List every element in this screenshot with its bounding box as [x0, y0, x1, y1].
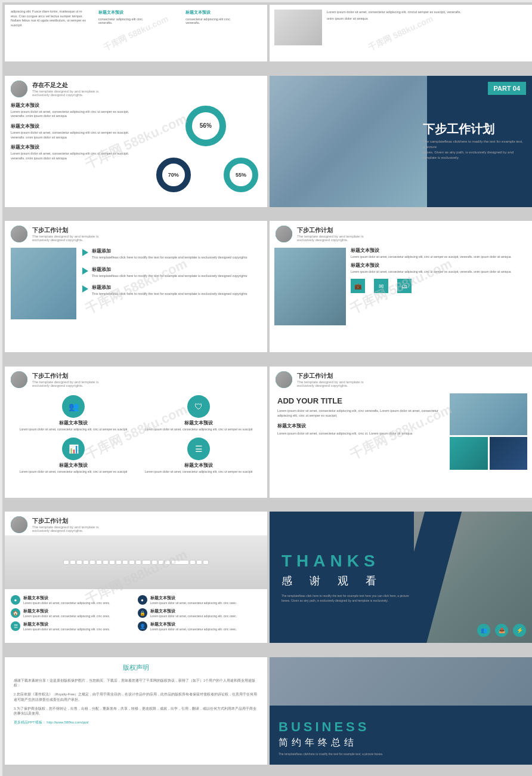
slide10-subtext: The templatefleas click here to modify t…	[282, 594, 415, 603]
slide-2-right: 千库网 588ku.com Lorem ipsum dolor sit amet…	[270, 5, 532, 61]
slide9-item2-content: 标题文本预设 Lorem ipsum dolor sit amet, conse…	[150, 595, 237, 605]
slide11-body: 版权声明 感谢下载本素材分享！这是原创版权保护图片，当您购买、下载后，意味着您遵…	[5, 657, 267, 732]
slide8-icon	[276, 371, 292, 388]
slide4-subtitle: The camplatefleas clickhere to madify th…	[423, 139, 523, 161]
slide3-icon	[11, 81, 27, 97]
chart-bottom-right: 55%	[224, 158, 258, 192]
slide-11-copyright: 版权声明 感谢下载本素材分享！这是原创版权保护图片，当您购买、下载后，意味着您遵…	[5, 657, 267, 765]
slide-8-add-title: 千库网 588ku.com 下步工作计划 The template design…	[270, 367, 532, 498]
slide6-body: 标题文本预设 Lorem ipsum dolor sit amet, conse…	[270, 245, 532, 328]
slide-3-weaknesses: 千库网 588ku.com 存在不足之处 The template design…	[5, 76, 267, 207]
slide5-item1: 标题添加 This templatefleas click here to mo…	[82, 248, 261, 260]
slide9-item4: 🔒 标题文本预设 Lorem ipsum dolor sit amet, con…	[138, 608, 262, 618]
slide7-item1: 👥 标题文本预设 Lorem ipsum dolor sit amet, con…	[14, 395, 133, 432]
slide9-body: ● 标题文本预设 Lorem ipsum dolor sit amet, con…	[5, 592, 267, 635]
slide9-dot3: 🏠	[11, 608, 20, 618]
slide11-para1: 感谢下载本素材分享！这是原创版权保护图片，当您购买、下载后，意味着您遵守了千库网…	[14, 678, 258, 689]
slide11-link: 更多精品PPT模板： http://www.588ku.com/ppt/	[14, 720, 258, 725]
slide2-text: Lorem ipsum dolor sit amet, consectetur …	[327, 5, 532, 61]
slide2-image	[274, 10, 322, 45]
slide9-item1-content: 标题文本预设 Lorem ipsum dolor sit amet, conse…	[23, 595, 110, 605]
slide12-business-text: BUSINESS	[279, 719, 523, 735]
slide5-title-block: 下步工作计划 The template designed by and temp…	[32, 226, 98, 242]
chevron-icon-2	[82, 267, 88, 275]
slide3-item2: 标题文本预设 Lorem ipsum dolor sit amet, conse…	[11, 124, 144, 140]
slide9-keyboard-image	[5, 535, 267, 589]
slide9-item5-content: 标题文本预设 Lorem ipsum dolor sit amet, conse…	[23, 621, 110, 632]
slide9-dot6: 👤	[138, 621, 147, 631]
slide-6-workplan-icons: 千库网 588ku.com 下步工作计划 The template design…	[270, 221, 532, 352]
slide4-main-title: 下步工作计划	[423, 122, 523, 136]
slide5-item2-content: 标题添加 This templatefleas click here to mo…	[92, 266, 247, 279]
slide7-list-icon: ☰	[187, 438, 210, 460]
slide6-title-block: 下步工作计划 The template designed by and temp…	[297, 226, 363, 242]
slide8-img-top	[450, 393, 527, 435]
slide9-item3-content: 标题文本预设 Lorem ipsum dolor sit amet, conse…	[23, 608, 110, 618]
slide6-email-icon: ✉	[374, 279, 388, 293]
slide8-left: ADD YOUR TITLE Lorem ipsum dolor sit ame…	[274, 393, 445, 470]
slide-1-left: 千库网 588ku.com adipiscing elit. Fusce dia…	[5, 5, 267, 61]
slide8-right-images	[450, 393, 527, 470]
slide9-title-block: 下步工作计划 The template designed by and temp…	[32, 517, 98, 532]
slide8-img-bottom-row	[450, 437, 527, 470]
chart-bottom-left: 70%	[156, 158, 191, 192]
slide6-icons-row: 💼 ✉ 🗂	[351, 279, 527, 293]
slide7-item2: 🛡 标题文本预设 Lorem ipsum dolor sit amet, con…	[139, 395, 258, 432]
slide-10-thanks: THANKS 感 谢 观 看 The templatefleas click h…	[270, 512, 532, 643]
slide3-item3: 标题文本预设 Lorem ipsum dolor sit amet, conse…	[11, 144, 144, 161]
slide7-people-icon: 👥	[62, 395, 85, 418]
slide7-item4: ☰ 标题文本预设 Lorem ipsum dolor sit amet, con…	[139, 438, 258, 474]
slide4-image	[270, 76, 427, 207]
slide10-zh-text: 感 谢 观 看	[282, 574, 415, 588]
slide9-header: 下步工作计划 The template designed by and temp…	[5, 512, 267, 535]
slide9-dot5: ☰	[11, 621, 20, 631]
slide10-thanks-text: THANKS	[282, 552, 415, 571]
slide6-header: 下步工作计划 The template designed by and temp…	[270, 221, 532, 245]
slide-12-business: BUSINESS 简约年终总结 The templatefleas clickh…	[270, 657, 532, 765]
slide6-item1: 标题文本预设 Lorem ipsum dolor sit amet, conse…	[351, 248, 527, 259]
slide6-icon	[276, 226, 292, 242]
slide5-icon	[11, 226, 27, 242]
slide7-body: 👥 标题文本预设 Lorem ipsum dolor sit amet, con…	[5, 390, 267, 479]
chart-top: 56%	[185, 106, 226, 146]
slide5-header: 下步工作计划 The template designed by and temp…	[5, 221, 267, 245]
slide9-dot1: ●	[11, 595, 20, 605]
slide8-img-sm-right	[490, 437, 528, 470]
slide8-text1: Lorem ipsum dolor sit amet, consectetur …	[277, 408, 442, 418]
slide10-container: THANKS 感 谢 观 看 The templatefleas click h…	[270, 512, 532, 643]
slide5-image	[11, 248, 76, 319]
slide3-title-block: 存在不足之处 The template designed by and temp…	[32, 81, 98, 97]
slide11-title: 版权声明	[14, 663, 258, 672]
slide3-chart: 56% 70% 55%	[150, 103, 261, 195]
slide10-left-content: THANKS 感 谢 观 看 The templatefleas click h…	[270, 512, 427, 643]
slide9-item5: ☰ 标题文本预设 Lorem ipsum dolor sit amet, con…	[11, 621, 135, 632]
slide-4-part04: PART 04 下步工作计划 The camplatefleas clickhe…	[270, 76, 532, 207]
slide8-header: 下步工作计划 The template designed by and temp…	[270, 367, 532, 390]
slide10-people-icon: 👥	[477, 624, 490, 637]
chevron-icon-1	[82, 249, 88, 256]
slide12-container: BUSINESS 简约年终总结 The templatefleas clickh…	[270, 657, 532, 765]
slide9-dot4: 🔒	[138, 608, 147, 618]
slide5-item3: 标题添加 This templatefleas click here to mo…	[82, 284, 261, 297]
slide5-right: 标题添加 This templatefleas click here to mo…	[82, 248, 261, 319]
slide5-item3-content: 标题添加 This templatefleas click here to mo…	[92, 284, 247, 297]
slide10-share-icon: 📤	[495, 624, 508, 637]
slide12-subtitle-zh: 简约年终总结	[279, 737, 523, 749]
slide9-item3: 🏠 标题文本预设 Lorem ipsum dolor sit amet, con…	[11, 608, 135, 618]
slide6-right: 标题文本预设 Lorem ipsum dolor sit amet, conse…	[351, 248, 527, 325]
slide7-icon	[11, 371, 27, 388]
slide9-item4-content: 标题文本预设 Lorem ipsum dolor sit amet, conse…	[150, 608, 237, 618]
slide5-item2: 标题添加 This templatefleas click here to mo…	[82, 266, 261, 279]
slide4-people-img	[270, 76, 427, 207]
slide10-lightning-icon: ⚡	[513, 624, 526, 637]
slide9-icon	[11, 516, 27, 533]
chevron-icon-3	[82, 285, 88, 292]
slide7-title-block: 下步工作计划 The template designed by and temp…	[32, 372, 98, 387]
slide9-dot2: ●	[138, 595, 147, 605]
slide9-item1: ● 标题文本预设 Lorem ipsum dolor sit amet, con…	[11, 595, 135, 605]
slide9-item2: ● 标题文本预设 Lorem ipsum dolor sit amet, con…	[138, 595, 262, 605]
slide7-item3: 📊 标题文本预设 Lorem ipsum dolor sit amet, con…	[14, 438, 133, 474]
slide4-container: PART 04 下步工作计划 The camplatefleas clickhe…	[270, 76, 532, 207]
slide6-briefcase-icon: 💼	[351, 279, 365, 293]
slide9-item6: 👤 标题文本预设 Lorem ipsum dolor sit amet, con…	[138, 621, 262, 632]
